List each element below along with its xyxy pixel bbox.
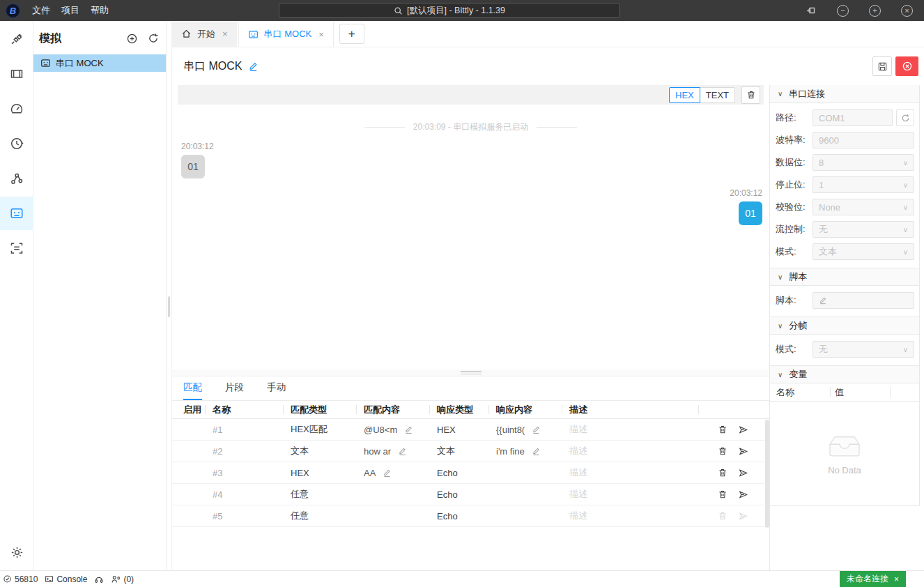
match-content[interactable]: @U8<m xyxy=(364,425,397,435)
edit-icon[interactable] xyxy=(383,468,392,478)
delete-rule-icon[interactable] xyxy=(718,446,727,457)
match-rule-row: #1 HEX匹配 @U8<m HEX {{uint8( 描述 xyxy=(172,419,769,441)
rail-item-communicate[interactable] xyxy=(0,22,33,56)
delete-rule-icon[interactable] xyxy=(718,425,727,435)
frame-mode-select[interactable]: 无∨ xyxy=(813,341,914,358)
section-title: 串口连接 xyxy=(789,88,825,100)
send-rule-icon[interactable] xyxy=(738,468,748,478)
tab-snippet[interactable]: 片段 xyxy=(225,376,244,400)
edit-title-icon[interactable] xyxy=(248,61,259,72)
section-framing[interactable]: ∨ 分帧 xyxy=(770,317,919,335)
settings-button[interactable] xyxy=(0,540,33,565)
description-placeholder[interactable]: 描述 xyxy=(569,423,706,436)
section-variables[interactable]: ∨ 变量 xyxy=(770,365,919,383)
description-placeholder[interactable]: 描述 xyxy=(569,510,706,522)
resizer-handle[interactable] xyxy=(168,296,170,317)
console-button[interactable]: Console xyxy=(45,574,87,584)
maximize-button[interactable]: + xyxy=(869,5,881,17)
delete-rule-icon[interactable] xyxy=(718,468,727,478)
new-tab-button[interactable]: + xyxy=(339,24,364,44)
response-type[interactable]: HEX xyxy=(437,425,496,435)
message-bubble[interactable]: 01 xyxy=(739,201,762,225)
response-type[interactable]: Echo xyxy=(437,489,496,500)
save-button[interactable] xyxy=(872,56,892,76)
message-log[interactable]: 20:03:09 - 串口模拟服务已启动 20:03:12 01 20:03:1… xyxy=(172,105,769,369)
edit-icon[interactable] xyxy=(398,447,407,456)
edit-icon[interactable] xyxy=(404,425,413,434)
rail-item-flow[interactable] xyxy=(0,162,33,195)
minimize-button[interactable]: − xyxy=(837,5,849,17)
stopbits-select[interactable]: 1∨ xyxy=(813,176,914,193)
table-scrollbar[interactable] xyxy=(765,420,769,528)
log-table-resizer[interactable] xyxy=(172,369,769,376)
match-type[interactable]: HEX匹配 xyxy=(291,423,364,436)
parity-select[interactable]: None∨ xyxy=(813,199,914,215)
menu-help[interactable]: 帮助 xyxy=(85,0,114,21)
rail-item-panel[interactable] xyxy=(0,57,33,91)
tab-start[interactable]: 开始 × xyxy=(172,21,238,47)
baudrate-input[interactable]: 9600 xyxy=(813,132,914,148)
clear-log-button[interactable] xyxy=(741,86,760,104)
refresh-ports-button[interactable] xyxy=(896,109,914,126)
refresh-mock-button[interactable] xyxy=(148,33,159,45)
stop-service-button[interactable] xyxy=(895,56,918,76)
menu-file[interactable]: 文件 xyxy=(26,0,56,21)
section-script[interactable]: ∨ 脚本 xyxy=(770,268,919,286)
match-content[interactable]: AA xyxy=(364,468,376,478)
mode-text-button[interactable]: TEXT xyxy=(700,87,735,103)
rail-item-dashboard[interactable] xyxy=(0,92,33,125)
add-mock-button[interactable] xyxy=(126,33,138,45)
flowcontrol-select[interactable]: 无∨ xyxy=(813,221,914,238)
listen-toggle[interactable] xyxy=(94,574,104,584)
databits-select[interactable]: 8∨ xyxy=(813,154,914,171)
tab-close-icon[interactable]: × xyxy=(222,29,228,39)
tab-serial-mock[interactable]: 串口 MOCK × xyxy=(238,21,334,47)
send-rule-icon[interactable] xyxy=(738,489,748,500)
tab-manual[interactable]: 手动 xyxy=(267,376,286,400)
match-type[interactable]: HEX xyxy=(291,468,364,478)
pin-icon[interactable] xyxy=(806,5,817,16)
rail-item-mock[interactable] xyxy=(0,197,33,230)
response-type[interactable]: 文本 xyxy=(437,445,496,457)
rail-item-directive[interactable] xyxy=(0,231,33,265)
field-label-stopbits: 停止位: xyxy=(776,178,813,191)
match-content[interactable]: how ar xyxy=(364,446,391,457)
plug-icon xyxy=(10,32,24,46)
response-content[interactable]: {{uint8( xyxy=(496,425,525,435)
mock-tree-item-serial[interactable]: 串口 MOCK xyxy=(33,54,166,72)
mode-select[interactable]: 文本∨ xyxy=(813,243,914,260)
send-rule-icon[interactable] xyxy=(738,425,748,435)
edit-icon[interactable] xyxy=(532,425,541,434)
match-type[interactable]: 文本 xyxy=(291,445,364,457)
description-placeholder[interactable]: 描述 xyxy=(569,488,706,501)
explorer-resizer[interactable] xyxy=(167,21,171,570)
script-input[interactable] xyxy=(813,292,914,309)
menu-project[interactable]: 项目 xyxy=(56,0,85,21)
robot-icon xyxy=(40,58,51,68)
tab-match[interactable]: 匹配 xyxy=(183,376,202,400)
rail-item-history[interactable] xyxy=(0,127,33,160)
match-type[interactable]: 任意 xyxy=(291,488,364,501)
disconnect-icon[interactable]: × xyxy=(894,574,899,584)
send-rule-icon[interactable] xyxy=(738,446,748,457)
title-search-box[interactable]: [默认项目] - Bittly - 1.1.39 xyxy=(279,3,620,18)
match-type[interactable]: 任意 xyxy=(291,510,364,522)
tab-close-icon[interactable]: × xyxy=(318,29,324,40)
peers-count[interactable]: (0) xyxy=(111,574,134,584)
response-content[interactable]: i'm fine xyxy=(496,446,525,457)
close-window-button[interactable]: × xyxy=(901,5,913,17)
description-placeholder[interactable]: 描述 xyxy=(569,445,706,457)
delete-rule-icon[interactable] xyxy=(718,489,727,500)
mode-hex-button[interactable]: HEX xyxy=(669,87,700,103)
connection-badge[interactable]: 未命名连接 × xyxy=(840,571,906,587)
description-placeholder[interactable]: 描述 xyxy=(569,466,706,479)
message-bubble[interactable]: 01 xyxy=(181,155,205,178)
circle-close-icon xyxy=(902,61,913,72)
dashboard-icon xyxy=(10,102,24,116)
edit-icon[interactable] xyxy=(532,447,541,456)
response-type[interactable]: Echo xyxy=(437,511,496,521)
path-input[interactable]: COM1 xyxy=(813,109,893,126)
api-port-status[interactable]: 56810 xyxy=(3,574,38,584)
response-type[interactable]: Echo xyxy=(437,468,496,478)
section-serial-connection[interactable]: ∨ 串口连接 xyxy=(770,85,919,103)
